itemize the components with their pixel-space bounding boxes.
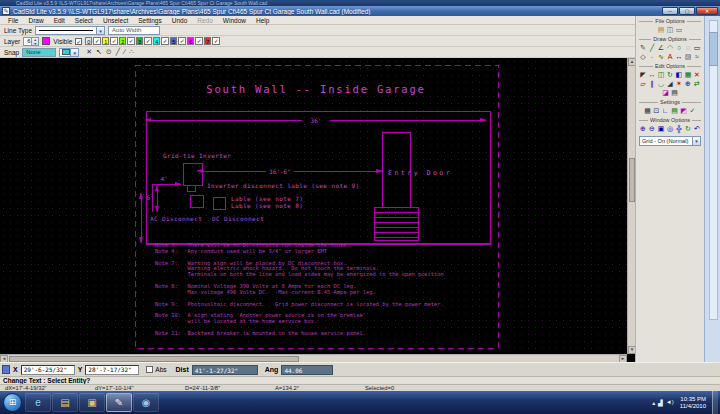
move-icon[interactable]: ↔ xyxy=(648,70,657,79)
taskbar-cadstd-button[interactable]: ✎ xyxy=(106,393,132,412)
grid-mode-select[interactable]: Grid - On (Normal) ▾ xyxy=(639,136,701,146)
snap-clear-icon[interactable]: ✕ xyxy=(86,47,92,57)
hatch-icon[interactable]: ▨ xyxy=(684,52,693,61)
menu-redo[interactable]: Redo xyxy=(192,16,218,25)
layer-chip-7[interactable]: 7✓ xyxy=(204,37,220,45)
menu-window[interactable]: Window xyxy=(218,16,251,25)
options-icon[interactable]: ✓ xyxy=(688,106,697,115)
x-coordinate-input[interactable] xyxy=(21,365,75,375)
offset-icon[interactable]: ∥ xyxy=(648,79,657,88)
redraw-icon[interactable]: ↻ xyxy=(684,124,693,133)
zoom-out-icon[interactable]: ⊖ xyxy=(648,124,657,133)
snap-pointer-icon[interactable]: ↖ xyxy=(96,47,102,57)
menu-help[interactable]: Help xyxy=(251,16,274,25)
hidden-icons-icon[interactable]: ▴ xyxy=(652,399,655,406)
layer-chip-0[interactable]: 0✓ xyxy=(85,37,101,45)
properties-icon[interactable]: ▤ xyxy=(670,88,679,97)
drawing-canvas[interactable]: South Wall -- Inside Garage 36' Grid-tie… xyxy=(0,58,627,354)
rotate-icon[interactable]: ↻ xyxy=(666,70,675,79)
chevron-down-icon[interactable]: ▾ xyxy=(96,27,104,34)
snap-points-icon[interactable]: ∴ xyxy=(129,47,133,57)
taskbar-explorer-button[interactable]: ▣ xyxy=(79,393,105,412)
layer-chip-4[interactable]: 4✓ xyxy=(153,37,169,45)
taskbar-pictures-button[interactable]: ▤ xyxy=(52,393,78,412)
menu-unselect[interactable]: Unselect xyxy=(98,16,133,25)
clock[interactable]: 10:35 PM 11/4/2010 xyxy=(677,396,709,410)
zoom-extents-icon[interactable]: ◎ xyxy=(666,124,675,133)
arc-icon[interactable]: ◠ xyxy=(666,43,675,52)
layer-chip-5[interactable]: 5✓ xyxy=(170,37,186,45)
spinner-arrows-icon[interactable]: ▲▼ xyxy=(31,38,38,45)
titlebar[interactable]: ✎ CadStd Lite v3.5.9 \\LS-WTGL917\share\… xyxy=(0,6,720,16)
grid-settings-icon[interactable]: ▦ xyxy=(643,106,652,115)
print-icon[interactable]: ▭ xyxy=(675,25,684,34)
chevron-down-icon[interactable]: ▾ xyxy=(692,137,700,145)
line-icon[interactable]: ╱ xyxy=(648,43,657,52)
visible-checkbox[interactable]: ✓ xyxy=(75,38,82,45)
spline-icon[interactable]: ≈ xyxy=(693,52,702,61)
pan-icon[interactable]: ╬ xyxy=(675,124,684,133)
canvas-horizontal-scrollbar[interactable]: ◄ ► xyxy=(0,354,627,362)
zoom-previous-icon[interactable]: ↶ xyxy=(693,124,702,133)
erase-icon[interactable]: ▱ xyxy=(639,79,648,88)
dimension-icon[interactable]: ↔ xyxy=(675,52,684,61)
polygon-icon[interactable]: ◇ xyxy=(639,52,648,61)
taskbar-media-button[interactable]: ◉ xyxy=(133,393,159,412)
layer-chip-2[interactable]: 2✓ xyxy=(119,37,135,45)
point-icon[interactable]: ∙ xyxy=(648,52,657,61)
save-file-icon[interactable]: ◫ xyxy=(666,25,675,34)
zoom-in-icon[interactable]: ⊕ xyxy=(639,124,648,133)
trim-icon[interactable]: ✕ xyxy=(693,70,702,79)
circle-icon[interactable]: ○ xyxy=(675,43,684,52)
snap-intersect-icon[interactable]: ∕ xyxy=(124,47,125,57)
explode-icon[interactable]: ✶ xyxy=(675,79,684,88)
chevron-down-icon[interactable]: ▾ xyxy=(70,49,78,56)
background-scroll-thumb[interactable] xyxy=(709,32,718,66)
abs-checkbox[interactable] xyxy=(146,366,153,373)
start-button[interactable]: ⊞ xyxy=(3,393,22,412)
maximize-button[interactable]: ▢ xyxy=(679,7,695,15)
open-file-icon[interactable]: ▤ xyxy=(657,25,666,34)
polyline-icon[interactable]: ∠ xyxy=(657,43,666,52)
scale-icon[interactable]: ◪ xyxy=(661,88,670,97)
menu-edit[interactable]: Edit xyxy=(49,16,70,25)
colors-settings-icon[interactable]: ◩ xyxy=(679,106,688,115)
array-icon[interactable]: ▦ xyxy=(684,70,693,79)
select-icon[interactable]: ◤ xyxy=(639,70,648,79)
zoom-window-icon[interactable]: ▣ xyxy=(657,124,666,133)
join-icon[interactable]: ⊕ xyxy=(684,79,693,88)
snap-combo[interactable]: None xyxy=(22,48,56,57)
line-width-combo[interactable]: Auto Width xyxy=(108,26,160,35)
snap-center-icon[interactable]: ⊙ xyxy=(106,47,112,57)
network-icon[interactable]: ▟ xyxy=(658,399,663,406)
layer-chip-3[interactable]: 3✓ xyxy=(136,37,152,45)
volume-icon[interactable]: ◄) xyxy=(666,399,674,406)
layer-color-swatch[interactable] xyxy=(42,37,50,45)
copy-icon[interactable]: ◫ xyxy=(657,70,666,79)
snap-color-combo[interactable]: ▾ xyxy=(59,48,79,57)
canvas-vertical-scrollbar[interactable]: ▲ ▼ xyxy=(627,58,635,354)
menu-draw[interactable]: Draw xyxy=(23,16,48,25)
layer-chip-6[interactable]: 6✓ xyxy=(187,37,203,45)
mirror-icon[interactable]: ◧ xyxy=(675,70,684,79)
snap-line-icon[interactable]: ╱ xyxy=(116,47,120,57)
stretch-icon[interactable]: ⇄ xyxy=(693,79,702,88)
layer-spinner[interactable]: 6 ▲▼ xyxy=(23,37,39,46)
ellipse-icon[interactable]: ◌ xyxy=(684,43,693,52)
freehand-icon[interactable]: ∿ xyxy=(657,52,666,61)
menu-undo[interactable]: Undo xyxy=(167,16,193,25)
y-coordinate-input[interactable] xyxy=(85,365,139,375)
show-desktop-button[interactable] xyxy=(712,391,718,414)
units-icon[interactable]: ∟ xyxy=(661,106,670,115)
menu-select[interactable]: Select xyxy=(70,16,98,25)
rectangle-icon[interactable]: ▭ xyxy=(693,43,702,52)
layers-settings-icon[interactable]: ▤ xyxy=(670,106,679,115)
close-button[interactable]: ✕ xyxy=(696,7,718,15)
menu-file[interactable]: File xyxy=(3,16,23,25)
text-icon[interactable]: A xyxy=(666,52,675,61)
chamfer-icon[interactable]: ◢ xyxy=(666,79,675,88)
minimize-button[interactable]: ─ xyxy=(662,7,678,15)
line-type-combo[interactable]: ▾ xyxy=(35,26,105,35)
pencil-icon[interactable]: ✎ xyxy=(639,43,648,52)
layer-chip-1[interactable]: 1✓ xyxy=(102,37,118,45)
